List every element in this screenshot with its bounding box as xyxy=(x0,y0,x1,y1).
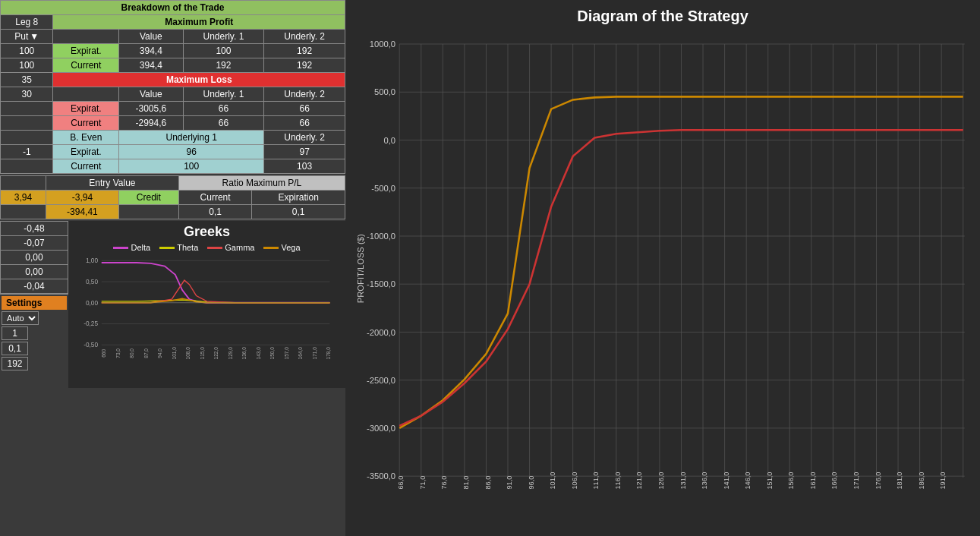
debit-val: -394,41 xyxy=(46,205,119,219)
x-label-171: 171,0 xyxy=(852,472,860,490)
legend-theta-label: Theta xyxy=(177,243,198,252)
greeks-legend: Delta Theta Gamma Vega xyxy=(68,243,345,252)
y-label-n3000: -3000,0 xyxy=(367,424,395,433)
b-even-header-row: B. Even Underlying 1 Underly. 2 xyxy=(1,131,345,145)
legend-gamma: Gamma xyxy=(207,243,254,252)
debit-ratio-row: -394,41 0,1 0,1 xyxy=(1,205,345,219)
left-panel: Breakdown of the Trade Leg 8 Maximum Pro… xyxy=(0,0,345,536)
svg-text:178,0: 178,0 xyxy=(326,347,331,360)
be-expirat-u2: 97 xyxy=(264,145,345,159)
x-label-146: 146,0 xyxy=(744,472,752,490)
ml-row1-left: 35 xyxy=(1,73,53,87)
svg-text:80,0: 80,0 xyxy=(129,348,134,358)
y-label-0: 0,0 xyxy=(384,136,396,145)
be-expirat-left: -1 xyxy=(1,145,53,159)
y-axis-title: PROFIT/LOSS ($) xyxy=(356,234,365,303)
ml-row2-left: 30 xyxy=(1,87,53,102)
entry-ratio-header: Entry Value Ratio Maximum P/L xyxy=(1,176,345,191)
debit-empty2 xyxy=(118,205,178,219)
svg-text:157,0: 157,0 xyxy=(284,347,289,360)
svg-text:164,0: 164,0 xyxy=(298,347,303,360)
ml-col-empty xyxy=(53,87,119,102)
mp-row2-left: 100 xyxy=(1,58,53,73)
be-current-u1: 100 xyxy=(119,159,264,174)
legend-theta: Theta xyxy=(159,243,198,252)
greeks-section: -0,48 -0,07 0,00 0,00 -0,04 Settings Aut… xyxy=(0,221,345,388)
ml-col-u1: Underly. 1 xyxy=(183,87,264,102)
y-label-n500: -500,0 xyxy=(371,184,395,193)
ml-expirat-label: Expirat. xyxy=(53,102,119,116)
ml-col-u2: Underly. 2 xyxy=(264,87,345,102)
x-label-176: 176,0 xyxy=(874,472,882,490)
y-label-n1000: -1000,0 xyxy=(367,232,395,241)
x-label-156: 156,0 xyxy=(787,472,795,490)
x-label-136: 136,0 xyxy=(701,472,708,490)
legend-gamma-label: Gamma xyxy=(225,243,254,252)
x-label-181: 181,0 xyxy=(896,472,903,490)
be-col2: Underly. 2 xyxy=(264,131,345,145)
max-profit-expirat-row: 100 Expirat. 394,4 100 192 xyxy=(1,44,345,58)
col-empty xyxy=(53,30,119,44)
be-current-left xyxy=(1,159,53,174)
y-label-n3500: -3500,0 xyxy=(367,471,395,481)
settings-row-4: 192 xyxy=(2,357,67,370)
svg-text:129,0: 129,0 xyxy=(228,347,233,360)
greek-val-3: 0,00 xyxy=(1,251,68,265)
top-table: Breakdown of the Trade Leg 8 Maximum Pro… xyxy=(0,0,345,219)
mp-expirat-val: 394,4 xyxy=(119,44,183,58)
settings-row-2: 1 xyxy=(2,326,67,340)
put-cell[interactable]: Put ▼ xyxy=(1,30,53,44)
svg-text:-0,50: -0,50 xyxy=(84,341,98,348)
be-current-row: Current 100 103 xyxy=(1,159,345,174)
settings-val1: 1 xyxy=(2,326,28,340)
put-dropdown-icon[interactable]: ▼ xyxy=(30,31,39,42)
be-left xyxy=(1,131,53,145)
x-label-81: 81,0 xyxy=(462,476,470,490)
entry-v2: -3,94 xyxy=(46,191,119,205)
y-label-n2500: -2500,0 xyxy=(367,376,395,385)
x-label-191: 191,0 xyxy=(939,472,947,490)
svg-text:115,0: 115,0 xyxy=(200,347,205,360)
legend-delta-color xyxy=(113,247,128,249)
svg-text:94,0: 94,0 xyxy=(157,348,162,358)
entry-credit-row: 3,94 -3,94 Credit Current Expiration xyxy=(1,191,345,205)
x-label-126: 126,0 xyxy=(657,472,665,490)
x-label-101: 101,0 xyxy=(549,472,556,490)
greeks-chart: Greeks Delta Theta Gamma Vega xyxy=(68,221,345,388)
y-label-500: 500,0 xyxy=(374,87,395,96)
settings-auto-select[interactable]: Auto xyxy=(2,311,39,325)
leg-put-row: Leg 8 Maximum Profit xyxy=(1,15,345,30)
max-loss-label: Maximum Loss xyxy=(53,73,345,87)
ratio-current-header: Current xyxy=(178,191,251,205)
x-label-71: 71,0 xyxy=(419,476,427,490)
col-u2-header: Underly. 2 xyxy=(264,30,345,44)
chart-container: 1000,0 500,0 0,0 -500,0 -1000,0 -1500,0 … xyxy=(353,31,972,522)
svg-text:87,0: 87,0 xyxy=(143,348,149,358)
y-label-n1500: -1500,0 xyxy=(367,279,395,288)
mp-current-val: 394,4 xyxy=(119,58,183,73)
legend-delta: Delta xyxy=(113,243,150,252)
svg-text:0,00: 0,00 xyxy=(86,299,99,307)
mp-expirat-u2: 192 xyxy=(264,44,345,58)
svg-text:108,0: 108,0 xyxy=(185,347,191,360)
max-loss-header-row: 35 Maximum Loss xyxy=(1,73,345,87)
y-label-n2000: -2000,0 xyxy=(367,328,395,337)
svg-text:0,50: 0,50 xyxy=(86,278,99,285)
mp-current-label: Current xyxy=(53,58,119,73)
ratio-expiration-header: Expiration xyxy=(252,191,345,205)
x-label-86: 86,0 xyxy=(484,476,492,490)
greek-val-4: 0,00 xyxy=(1,265,68,279)
ml-current-u2: 66 xyxy=(264,116,345,131)
x-label-66: 66,0 xyxy=(397,476,405,490)
debit-empty xyxy=(1,205,46,219)
main-chart-svg: 1000,0 500,0 0,0 -500,0 -1000,0 -1500,0 … xyxy=(353,31,972,522)
x-label-76: 76,0 xyxy=(440,476,448,490)
ml-expirat-u1: 66 xyxy=(183,102,264,116)
settings-title: Settings xyxy=(2,296,67,310)
be-label: B. Even xyxy=(53,131,119,145)
ml-expirat-u2: 66 xyxy=(264,102,345,116)
ml-expirat-row: Expirat. -3005,6 66 66 xyxy=(1,102,345,116)
x-label-111: 111,0 xyxy=(592,472,600,490)
greek-val-5: -0,04 xyxy=(1,279,68,294)
x-label-121: 121,0 xyxy=(635,472,643,490)
